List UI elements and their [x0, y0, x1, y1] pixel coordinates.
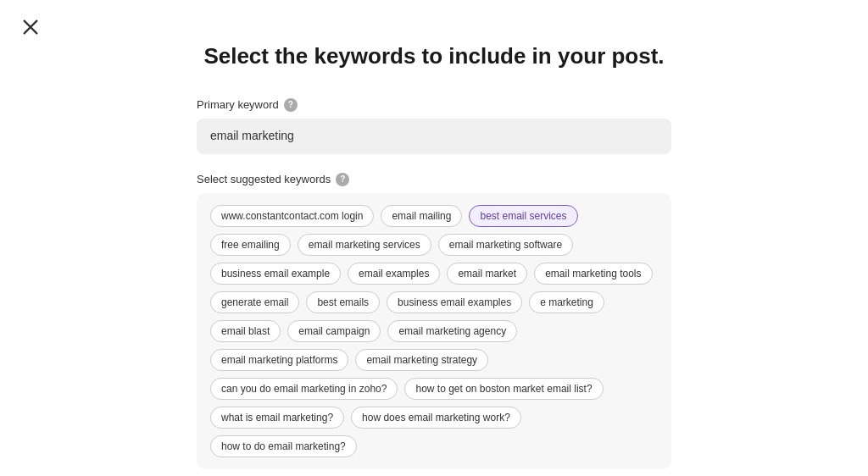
keyword-tag[interactable]: email campaign	[287, 320, 381, 342]
suggested-keywords-help-icon[interactable]: ?	[336, 173, 349, 186]
keyword-tag[interactable]: generate email	[210, 291, 299, 313]
keyword-tag[interactable]: e marketing	[529, 291, 604, 313]
keyword-tag[interactable]: email marketing services	[298, 234, 431, 256]
primary-keyword-section: Primary keyword ? email marketing	[197, 98, 671, 154]
keyword-tag[interactable]: www.constantcontact.com login	[210, 205, 374, 227]
keyword-tag[interactable]: email marketing agency	[387, 320, 517, 342]
keyword-tag[interactable]: email marketing platforms	[210, 349, 348, 371]
keyword-tag[interactable]: how does email marketing work?	[351, 407, 521, 429]
keywords-area: www.constantcontact.com loginemail maili…	[197, 193, 671, 469]
keyword-tag[interactable]: email marketing tools	[534, 263, 652, 285]
keyword-tag[interactable]: business email example	[210, 263, 341, 285]
keyword-tag[interactable]: email blast	[210, 320, 281, 342]
keyword-tag[interactable]: best email services	[469, 205, 577, 227]
keyword-tag[interactable]: email examples	[348, 263, 440, 285]
keyword-tag[interactable]: email market	[447, 263, 527, 285]
suggested-keywords-label: Select suggested keywords ?	[197, 173, 671, 186]
keywords-grid: www.constantcontact.com loginemail maili…	[210, 205, 658, 457]
keyword-tag[interactable]: email marketing software	[438, 234, 573, 256]
keyword-tag[interactable]: email marketing strategy	[355, 349, 488, 371]
primary-keyword-help-icon[interactable]: ?	[284, 98, 298, 112]
keyword-tag[interactable]: can you do email marketing in zoho?	[210, 378, 398, 400]
keyword-tag[interactable]: business email examples	[387, 291, 522, 313]
suggested-keywords-section: Select suggested keywords ? www.constant…	[197, 173, 671, 469]
keyword-tag[interactable]: best emails	[306, 291, 380, 313]
keyword-tag[interactable]: how to get on boston market email list?	[404, 378, 603, 400]
page-title: Select the keywords to include in your p…	[197, 42, 671, 71]
keyword-tag[interactable]: how to do email marketing?	[210, 435, 357, 457]
primary-keyword-label: Primary keyword ?	[197, 98, 671, 112]
close-button[interactable]	[19, 15, 42, 39]
keyword-tag[interactable]: free emailing	[210, 234, 291, 256]
keyword-tag[interactable]: email mailing	[381, 205, 462, 227]
keyword-tag[interactable]: what is email marketing?	[210, 407, 344, 429]
primary-keyword-value: email marketing	[197, 119, 671, 154]
